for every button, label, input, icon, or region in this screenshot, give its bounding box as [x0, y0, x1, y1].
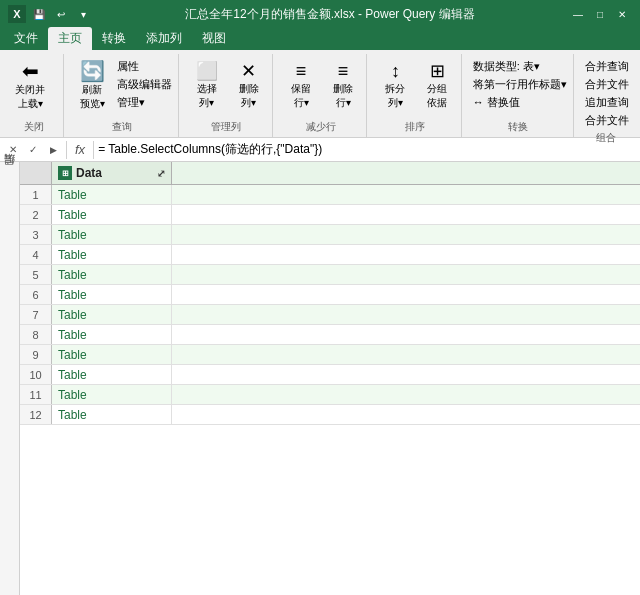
- append-queries-btn[interactable]: 追加查询: [582, 94, 632, 111]
- cell-data[interactable]: Table: [52, 245, 172, 264]
- first-row-header-btn[interactable]: 将第一行用作标题▾: [470, 76, 570, 93]
- manage-btn[interactable]: 管理▾: [114, 94, 175, 111]
- keep-rows-btn[interactable]: ≡ 保留行▾: [281, 58, 321, 114]
- group-by-btn[interactable]: ⊞ 分组依据: [417, 58, 457, 114]
- row-number: 4: [20, 245, 52, 264]
- table-row: 1Table: [20, 185, 640, 205]
- split-col-label: 拆分列▾: [385, 82, 405, 110]
- tab-transform[interactable]: 转换: [92, 27, 136, 50]
- refresh-icon: 🔄: [80, 61, 105, 81]
- formula-expand-btn[interactable]: ▶: [44, 141, 62, 159]
- table-row: 10Table: [20, 365, 640, 385]
- cell-data[interactable]: Table: [52, 205, 172, 224]
- quick-access: 💾 ↩ ▾: [30, 5, 92, 23]
- left-panel: 层编: [0, 162, 20, 595]
- row-number: 11: [20, 385, 52, 404]
- table-row: 9Table: [20, 345, 640, 365]
- refresh-label: 刷新预览▾: [80, 83, 105, 111]
- query-group-label: 查询: [72, 118, 172, 137]
- query-small-buttons: 属性 高级编辑器 管理▾: [114, 58, 175, 111]
- manage-cols-label: 管理列: [187, 118, 266, 137]
- merge-files2-btn[interactable]: 合并文件: [582, 112, 632, 129]
- cell-data[interactable]: Table: [52, 265, 172, 284]
- merge-files-btn[interactable]: 合并文件: [582, 76, 632, 93]
- close-load-btn[interactable]: ⬅ 关闭并上载▾: [10, 58, 50, 114]
- reduce-rows-label: 减少行: [281, 118, 360, 137]
- ribbon-tabs: 文件 主页 转换 添加列 视图: [0, 28, 640, 50]
- row-num-header: [20, 162, 52, 184]
- ribbon-group-transform: 数据类型: 表▾ 将第一行用作标题▾ ↔ 替换值 转换: [464, 54, 574, 137]
- remove-rows-icon: ≡: [338, 62, 349, 80]
- sort-label: 排序: [375, 118, 454, 137]
- select-cols-btn[interactable]: ⬜ 选择列▾: [187, 58, 227, 114]
- split-col-btn[interactable]: ↕ 拆分列▾: [375, 58, 415, 114]
- save-quick-btn[interactable]: 💾: [30, 5, 48, 23]
- row-number: 5: [20, 265, 52, 284]
- refresh-btn[interactable]: 🔄 刷新预览▾: [72, 58, 112, 114]
- close-btn[interactable]: ✕: [612, 4, 632, 24]
- window-controls: — □ ✕: [568, 4, 632, 24]
- formula-nav: ✕ ✓ ▶: [4, 141, 62, 159]
- cell-data[interactable]: Table: [52, 405, 172, 424]
- qa-dropdown-btn[interactable]: ▾: [74, 5, 92, 23]
- cell-data[interactable]: Table: [52, 225, 172, 244]
- properties-btn[interactable]: 属性: [114, 58, 175, 75]
- remove-rows-label: 删除行▾: [333, 82, 353, 110]
- row-number: 3: [20, 225, 52, 244]
- remove-rows-btn[interactable]: ≡ 删除行▾: [323, 58, 363, 114]
- table-row: 2Table: [20, 205, 640, 225]
- query-group-buttons: 🔄 刷新预览▾ 属性 高级编辑器 管理▾: [72, 56, 172, 118]
- cell-data[interactable]: Table: [52, 365, 172, 384]
- table-row: 7Table: [20, 305, 640, 325]
- tab-file[interactable]: 文件: [4, 27, 48, 50]
- delete-cols-icon: ✕: [241, 62, 256, 80]
- replace-values-btn[interactable]: ↔ 替换值: [470, 94, 570, 111]
- ribbon: ⬅ 关闭并上载▾ 关闭 🔄 刷新预览▾ 属性 高级编辑器 管理▾ 查询 ⬜ 选择…: [0, 50, 640, 138]
- row-number: 9: [20, 345, 52, 364]
- cell-data[interactable]: Table: [52, 385, 172, 404]
- grid-body: 1Table2Table3Table4Table5Table6Table7Tab…: [20, 185, 640, 595]
- minimize-btn[interactable]: —: [568, 4, 588, 24]
- group-by-icon: ⊞: [430, 62, 445, 80]
- manage-cols-buttons: ⬜ 选择列▾ ✕ 删除列▾: [187, 56, 266, 118]
- tab-add-column[interactable]: 添加列: [136, 27, 192, 50]
- table-row: 11Table: [20, 385, 640, 405]
- cell-data[interactable]: Table: [52, 305, 172, 324]
- maximize-btn[interactable]: □: [590, 4, 610, 24]
- table-row: 4Table: [20, 245, 640, 265]
- data-type-btn[interactable]: 数据类型: 表▾: [470, 58, 570, 75]
- transform-buttons: 数据类型: 表▾ 将第一行用作标题▾ ↔ 替换值: [470, 56, 567, 118]
- ribbon-group-manage-cols: ⬜ 选择列▾ ✕ 删除列▾ 管理列: [181, 54, 273, 137]
- sort-buttons: ↕ 拆分列▾ ⊞ 分组依据: [375, 56, 454, 118]
- ribbon-group-reduce-rows: ≡ 保留行▾ ≡ 删除行▾ 减少行: [275, 54, 367, 137]
- reduce-rows-buttons: ≡ 保留行▾ ≡ 删除行▾: [281, 56, 360, 118]
- formula-bar: ✕ ✓ ▶ fx = Table.SelectColumns(筛选的行,{"Da…: [0, 138, 640, 162]
- advanced-editor-btn[interactable]: 高级编辑器: [114, 76, 175, 93]
- row-number: 2: [20, 205, 52, 224]
- col-header-data: ⊞ Data ⤢: [52, 162, 172, 184]
- grid-header: ⊞ Data ⤢: [20, 162, 640, 185]
- row-number: 10: [20, 365, 52, 384]
- transform-group-label: 转换: [470, 118, 567, 137]
- close-group-buttons: ⬅ 关闭并上载▾: [10, 56, 57, 118]
- cell-data[interactable]: Table: [52, 185, 172, 204]
- formula-confirm-btn[interactable]: ✓: [24, 141, 42, 159]
- combine-small-col: 合并查询 合并文件 追加查询 合并文件: [582, 58, 632, 129]
- undo-quick-btn[interactable]: ↩: [52, 5, 70, 23]
- cell-data[interactable]: Table: [52, 345, 172, 364]
- combine-buttons: 合并查询 合并文件 追加查询 合并文件: [582, 56, 630, 129]
- keep-rows-icon: ≡: [296, 62, 307, 80]
- close-load-label: 关闭并上载▾: [15, 83, 45, 111]
- delete-cols-btn[interactable]: ✕ 删除列▾: [229, 58, 269, 114]
- cell-data[interactable]: Table: [52, 285, 172, 304]
- tab-home[interactable]: 主页: [48, 27, 92, 50]
- formula-cancel-btn[interactable]: ✕: [4, 141, 22, 159]
- ribbon-group-query: 🔄 刷新预览▾ 属性 高级编辑器 管理▾ 查询: [66, 54, 179, 137]
- merge-queries-btn[interactable]: 合并查询: [582, 58, 632, 75]
- formula-content[interactable]: = Table.SelectColumns(筛选的行,{"Data"}): [98, 141, 636, 158]
- col-expand-icon[interactable]: ⤢: [157, 168, 165, 179]
- row-number: 6: [20, 285, 52, 304]
- row-number: 7: [20, 305, 52, 324]
- cell-data[interactable]: Table: [52, 325, 172, 344]
- tab-view[interactable]: 视图: [192, 27, 236, 50]
